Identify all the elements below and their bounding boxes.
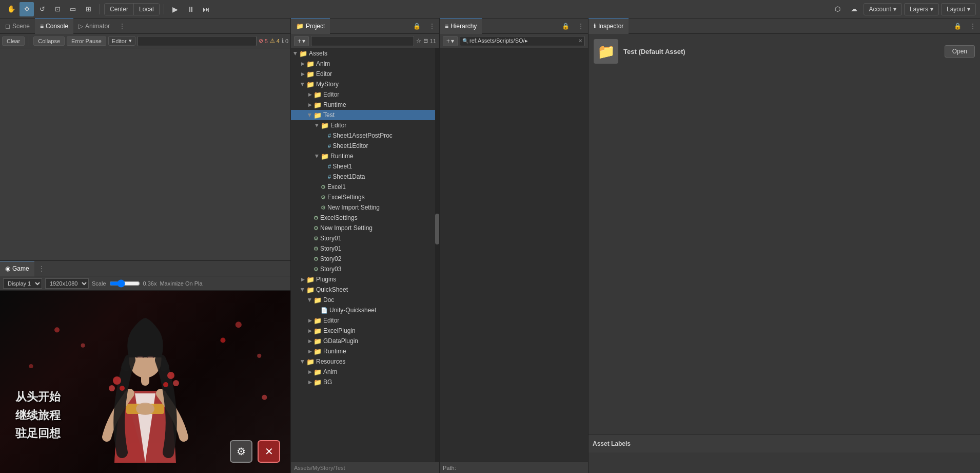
tree-item-mystory_runtime[interactable]: ▶📁Runtime [291, 100, 439, 110]
tree-item-qs_runtime[interactable]: ▶📁Runtime [291, 346, 439, 356]
project-add-button[interactable]: + ▾ [294, 36, 309, 46]
tree-item-test[interactable]: ▶📁Test [291, 110, 439, 120]
inspector-overflow-icon[interactable]: ⋮ [966, 23, 980, 30]
tree-item-res_bg[interactable]: ▶📁BG [291, 377, 439, 387]
tab-project[interactable]: 📁 Project [291, 18, 330, 34]
game-tab-overflow-icon[interactable]: ⋮ [34, 265, 49, 272]
hierarchy-overflow-icon[interactable]: ⋮ [574, 23, 588, 30]
tree-arrow-quicksheet[interactable]: ▶ [299, 286, 306, 293]
tree-item-story03[interactable]: ▶⚙Story03 [291, 264, 439, 274]
pivot-space-btn[interactable]: Local [134, 4, 159, 15]
editor-dropdown[interactable]: Editor ▾ [108, 36, 135, 46]
display-select[interactable]: Display 1 [3, 278, 42, 289]
tree-item-doc[interactable]: ▶📁Doc [291, 295, 439, 305]
console-search-input[interactable] [138, 36, 257, 46]
tree-item-plugins[interactable]: ▶📁Plugins [291, 274, 439, 285]
tree-item-quicksheet[interactable]: ▶📁QuickSheet [291, 285, 439, 295]
pivot-center-btn[interactable]: Center [105, 4, 134, 15]
tree-arrow-test_runtime[interactable]: ▶ [313, 153, 321, 160]
pause-button[interactable]: ⏸ [184, 2, 198, 16]
tree-item-editor[interactable]: ▶📁Editor [291, 69, 439, 79]
hand-tool[interactable]: ✋ [4, 2, 18, 16]
move-tool[interactable]: ✥ [19, 2, 34, 16]
resolution-select[interactable]: 1920x1080 [45, 278, 89, 289]
tree-arrow-res_bg[interactable]: ▶ [306, 379, 313, 386]
scroll-thumb[interactable] [435, 214, 439, 244]
layout-dropdown[interactable]: Layout ▾ [941, 3, 976, 15]
tab-scene[interactable]: ◻ Scene [0, 18, 35, 34]
tree-item-res_anim[interactable]: ▶📁Anim [291, 367, 439, 377]
tab-game[interactable]: ◉ Game [0, 261, 34, 276]
tree-item-excel1[interactable]: ▶⚙Excel1 [291, 182, 439, 192]
tree-item-resources[interactable]: ▶📁Resources [291, 356, 439, 367]
tree-arrow-anim[interactable]: ▶ [299, 60, 306, 67]
tree-item-qs_editor[interactable]: ▶📁Editor [291, 315, 439, 326]
tab-hierarchy[interactable]: ≡ Hierarchy [440, 18, 482, 34]
tree-item-story01b[interactable]: ▶⚙Story01 [291, 243, 439, 254]
game-close-icon-btn[interactable]: ✕ [258, 440, 280, 463]
tree-arrow-mystory[interactable]: ▶ [299, 81, 306, 88]
transform-tool[interactable]: ⊞ [81, 2, 95, 16]
hierarchy-lock-icon[interactable]: 🔒 [558, 23, 574, 30]
game-settings-icon-btn[interactable]: ⚙ [230, 440, 252, 463]
tree-item-newimportsetting[interactable]: ▶⚙New Import Setting [291, 223, 439, 233]
hierarchy-search-input[interactable] [469, 38, 577, 44]
tree-item-sheet1[interactable]: ▶#Sheet1 [291, 161, 439, 172]
project-overflow-icon[interactable]: ⋮ [425, 23, 439, 30]
tree-item-excelsettings_t[interactable]: ▶⚙ExcelSettings [291, 192, 439, 202]
error-pause-button[interactable]: Error Pause [67, 36, 106, 46]
tree-item-newimportsetting_t[interactable]: ▶⚙New Import Setting [291, 202, 439, 213]
tree-arrow-gdataplugin[interactable]: ▶ [306, 337, 313, 345]
project-search-input[interactable] [311, 36, 414, 46]
tab-animator[interactable]: ▷ Animator [73, 18, 115, 34]
tree-arrow-test_editor[interactable]: ▶ [313, 122, 321, 129]
tree-arrow-assets[interactable]: ▶ [292, 50, 299, 57]
tree-arrow-mystory_runtime[interactable]: ▶ [306, 101, 313, 108]
tree-item-sheet1editor[interactable]: ▶#Sheet1Editor [291, 141, 439, 151]
play-button[interactable]: ▶ [168, 2, 183, 16]
tree-item-sheet1assetpostproc[interactable]: ▶#Sheet1AssetPostProc [291, 130, 439, 141]
tree-item-sheet1data[interactable]: ▶#Sheet1Data [291, 172, 439, 182]
project-lock-icon[interactable]: 🔒 [409, 23, 425, 30]
tab-overflow-icon[interactable]: ⋮ [115, 23, 129, 30]
tree-item-mystory_editor[interactable]: ▶📁Editor [291, 89, 439, 100]
scroll-track[interactable] [435, 48, 439, 462]
tree-arrow-plugins[interactable]: ▶ [299, 276, 306, 283]
tree-item-excelplugin[interactable]: ▶📁ExcelPlugin [291, 326, 439, 336]
tree-arrow-qs_editor[interactable]: ▶ [306, 317, 313, 324]
filter-icon[interactable]: ⊟ [423, 37, 428, 44]
tree-item-excelsettings[interactable]: ▶⚙ExcelSettings [291, 213, 439, 223]
hier-search-close-icon[interactable]: ✕ [578, 38, 582, 44]
cloud-button[interactable]: ☁ [847, 2, 861, 16]
inspector-lock-icon[interactable]: 🔒 [950, 23, 966, 30]
tree-arrow-doc[interactable]: ▶ [306, 296, 313, 304]
clear-button[interactable]: Clear [2, 36, 25, 46]
tab-inspector[interactable]: ℹ Inspector [589, 18, 629, 34]
tree-item-unityquicksheet[interactable]: ▶📄Unity-Quicksheet [291, 305, 439, 315]
tree-item-story01a[interactable]: ▶⚙Story01 [291, 233, 439, 243]
tree-arrow-editor[interactable]: ▶ [299, 70, 306, 78]
collapse-button[interactable]: Collapse [33, 36, 65, 46]
scale-tool[interactable]: ⊡ [50, 2, 65, 16]
step-button[interactable]: ⏭ [199, 2, 213, 16]
tree-item-anim[interactable]: ▶📁Anim [291, 59, 439, 69]
favorites-icon[interactable]: ☆ [416, 37, 421, 44]
tree-arrow-res_anim[interactable]: ▶ [306, 368, 313, 375]
collab-button[interactable]: ⬡ [831, 2, 845, 16]
rotate-tool[interactable]: ↺ [35, 2, 49, 16]
tree-item-gdataplugin[interactable]: ▶📁GDataPlugin [291, 336, 439, 346]
tree-item-mystory[interactable]: ▶📁MyStory [291, 79, 439, 89]
tree-arrow-excelplugin[interactable]: ▶ [306, 327, 313, 334]
tree-arrow-resources[interactable]: ▶ [299, 358, 306, 365]
scale-slider[interactable] [109, 280, 140, 287]
account-dropdown[interactable]: Account ▾ [864, 3, 902, 15]
tree-item-story02[interactable]: ▶⚙Story02 [291, 254, 439, 264]
hierarchy-add-button[interactable]: + ▾ [443, 36, 458, 46]
tree-item-test_editor[interactable]: ▶📁Editor [291, 120, 439, 130]
tree-arrow-test[interactable]: ▶ [306, 111, 313, 119]
rect-tool[interactable]: ▭ [66, 2, 80, 16]
tab-console[interactable]: ≡ Console [35, 18, 73, 34]
tree-item-assets[interactable]: ▶📁Assets [291, 48, 439, 59]
open-button[interactable]: Open [945, 45, 975, 58]
tree-item-test_runtime[interactable]: ▶📁Runtime [291, 151, 439, 161]
